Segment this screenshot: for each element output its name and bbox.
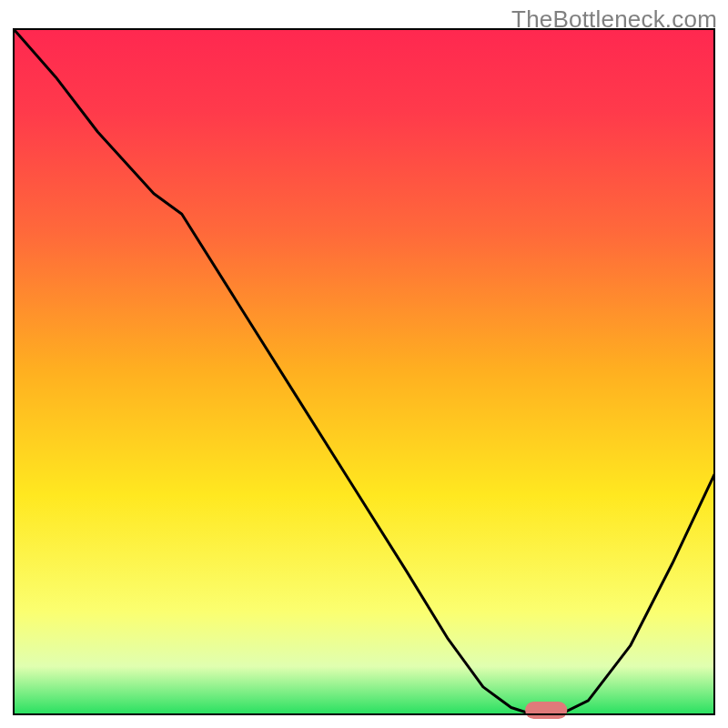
chart-container: TheBottleneck.com — [0, 0, 728, 728]
optimal-zone-marker — [525, 702, 567, 719]
gradient-background — [14, 29, 714, 714]
plot-area — [14, 29, 714, 719]
bottleneck-chart — [0, 0, 728, 728]
